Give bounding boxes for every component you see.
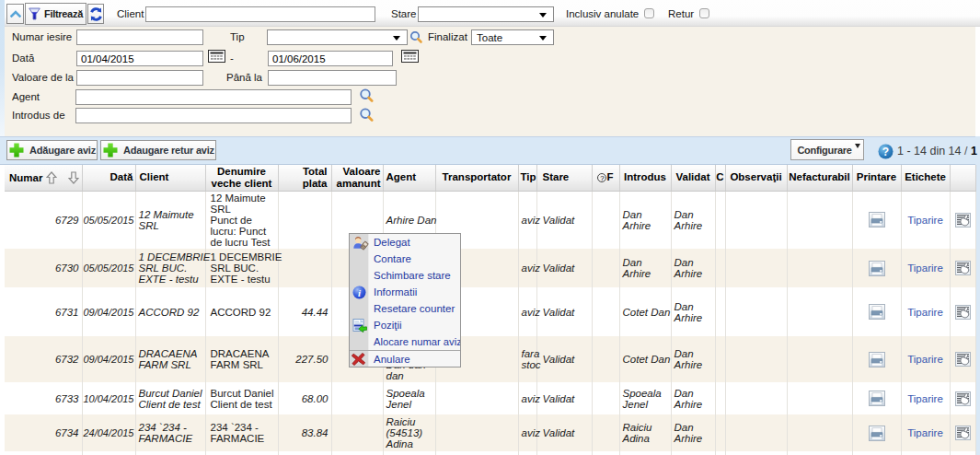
svg-text:?: ? (882, 146, 889, 158)
